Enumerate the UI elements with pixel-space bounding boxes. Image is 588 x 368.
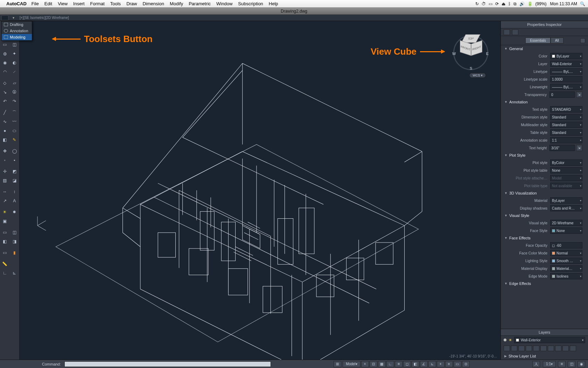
prop-value-faceeffects-1[interactable]: Normal▾	[550, 250, 582, 256]
tool-polyline[interactable]: ∿	[0, 117, 10, 126]
tool-sun[interactable]: ✸	[10, 207, 20, 217]
prop-value-annotation-4[interactable]: 1:1▾	[550, 137, 582, 143]
prop-value-viz3d-0[interactable]: ByLayer▾	[550, 197, 582, 204]
prop-value-annotation-3[interactable]: Standard▾	[550, 129, 582, 136]
status-add[interactable]: +	[361, 361, 369, 367]
tool-copy[interactable]: ▪	[10, 156, 20, 165]
tool-section[interactable]: ◐	[10, 58, 20, 67]
tool-rotate3d[interactable]: ⦿	[10, 88, 20, 97]
status-grid2[interactable]: ▦	[378, 361, 386, 367]
tool-leader[interactable]: ↗	[0, 196, 10, 205]
viewcube[interactable]: N E S W TOP FRONT RIGHT	[451, 28, 490, 70]
tool-render[interactable]: ▣	[0, 217, 10, 226]
tool-light[interactable]: ☀	[0, 207, 10, 217]
toolset-dropdown-arrow[interactable]: ▾	[10, 16, 16, 20]
layer-icon-4[interactable]	[526, 346, 532, 351]
battery-icon[interactable]: 🔋	[527, 1, 533, 6]
prop-value-faceeffects-0[interactable]: ◻-60	[550, 242, 582, 248]
menu-format[interactable]: Format	[90, 1, 105, 6]
prop-value-plotstyle-2[interactable]: Model▾	[550, 175, 582, 181]
tool-chamfer[interactable]: ▱	[10, 79, 20, 88]
menu-help[interactable]: Help	[269, 1, 278, 6]
tool-align[interactable]: ▫	[0, 156, 10, 165]
prop-value-annotation-1[interactable]: Standard▾	[550, 114, 582, 120]
model-space-button[interactable]: Model▾	[343, 361, 360, 367]
toolset-drafting[interactable]: Drafting	[2, 21, 32, 28]
section-annotation[interactable]: ▼Annotation	[501, 98, 585, 105]
tool-page[interactable]: ▮	[10, 248, 20, 257]
prop-value-annotation-0[interactable]: STANDARD▾	[550, 106, 582, 113]
menu-draw[interactable]: Draw	[126, 1, 137, 6]
layer-icon-1[interactable]	[504, 346, 510, 351]
section-visualstyle[interactable]: ▼Visual Style	[501, 212, 585, 219]
volume-icon[interactable]: 🔊	[519, 1, 525, 6]
status-snap[interactable]: ⊡	[370, 361, 377, 367]
prop-value-general-4[interactable]: ——— ByL…▾	[550, 84, 582, 90]
current-layer-select[interactable]: Wall-Exterior ▾	[514, 337, 585, 343]
tool-dim2[interactable]: ↕	[10, 187, 20, 196]
sync-icon[interactable]: ↻	[475, 1, 479, 6]
menu-tools[interactable]: Tools	[110, 1, 121, 6]
toolset-annotation[interactable]: Annotation	[2, 28, 32, 34]
tool-undo[interactable]: ↶	[0, 97, 10, 106]
tool-surface[interactable]: ◠	[0, 67, 10, 76]
section-faceeffects[interactable]: ▼Face Effects	[501, 234, 585, 241]
tab-all[interactable]: All	[551, 38, 564, 43]
tool-ucs[interactable]: ∟	[0, 268, 10, 278]
menu-insert[interactable]: Insert	[73, 1, 85, 6]
status-annovis[interactable]: ✳	[558, 361, 566, 367]
spotlight-icon[interactable]: 🔍	[580, 1, 585, 6]
prop-value-viz3d-1[interactable]: Casts and R…▾	[550, 205, 582, 211]
status-dyn[interactable]: +	[437, 361, 444, 367]
menu-subscription[interactable]: Subscription	[238, 1, 263, 6]
clock-icon[interactable]: ⏱	[482, 1, 486, 6]
layer-icon-2[interactable]	[511, 346, 517, 351]
tool-hatch[interactable]: ▨	[0, 176, 10, 185]
menu-parametric[interactable]: Parametric	[189, 1, 211, 6]
anno-scale-button[interactable]: 1:1▾	[543, 361, 556, 367]
prop-value-general-0[interactable]: ByLayer▾	[550, 53, 582, 59]
layer-icon-6[interactable]	[540, 346, 547, 351]
tool-slice[interactable]: ⟋	[10, 67, 20, 76]
tool-arrow[interactable]: ↘	[0, 88, 10, 97]
viewcube-cube[interactable]: TOP FRONT RIGHT	[460, 34, 482, 56]
tool-mesh[interactable]: ✦	[10, 49, 20, 58]
prop-value-visualstyle-1[interactable]: None▾	[550, 227, 582, 234]
layer-icon-10[interactable]	[570, 346, 576, 351]
tool-solid[interactable]: ◍	[0, 49, 10, 58]
tool-spline[interactable]: 〰	[10, 117, 20, 126]
status-3dosnap[interactable]: ◧	[412, 361, 419, 367]
status-ortho[interactable]: ∟	[386, 361, 394, 367]
status-qp[interactable]: ▭	[454, 361, 461, 367]
tool-camera[interactable]: ◧	[0, 237, 10, 246]
prop-value-faceeffects-4[interactable]: Isolines▾	[550, 273, 582, 279]
show-layer-list[interactable]: ▶Show Layer List	[501, 353, 588, 360]
menu-dimension[interactable]: Dimension	[142, 1, 164, 6]
menu-edit[interactable]: Edit	[44, 1, 52, 6]
prop-value-plotstyle-1[interactable]: None▾	[550, 167, 582, 173]
prop-value-plotstyle-0[interactable]: ByColor▾	[550, 159, 582, 166]
status-osnap[interactable]: ◻	[403, 361, 411, 367]
bluetooth-icon[interactable]: ᛒ	[508, 1, 511, 6]
status-anno[interactable]: 人	[532, 361, 540, 367]
tool-box[interactable]: ▭	[0, 40, 10, 49]
menu-modify[interactable]: Modify	[170, 1, 183, 6]
prop-value-faceeffects-2[interactable]: Smooth …▾	[550, 258, 582, 264]
tool-cube[interactable]: ◧	[0, 135, 10, 144]
prop-value-general-5[interactable]: 0	[550, 91, 575, 98]
app-name[interactable]: AutoCAD	[6, 1, 27, 6]
tool-view1[interactable]: ▭	[0, 228, 10, 237]
tool-dim[interactable]: ↔	[0, 187, 10, 196]
tool-layout[interactable]: ▭	[0, 248, 10, 257]
tool-view2[interactable]: ◫	[10, 228, 20, 237]
tool-union[interactable]: ◉	[0, 58, 10, 67]
menu-window[interactable]: Window	[216, 1, 232, 6]
tool-text[interactable]: A	[10, 196, 20, 205]
status-lwt[interactable]: ≡	[445, 361, 453, 367]
tab-essentials[interactable]: Essentials	[525, 38, 551, 43]
layer-icon-9[interactable]	[562, 346, 569, 351]
prop-extra-btn[interactable]: ⇲	[576, 91, 582, 98]
panel-tab-2[interactable]	[512, 29, 518, 35]
layer-thaw-icon[interactable]: ☀	[509, 338, 512, 342]
tool-ellipse[interactable]: ⬭	[10, 126, 20, 135]
